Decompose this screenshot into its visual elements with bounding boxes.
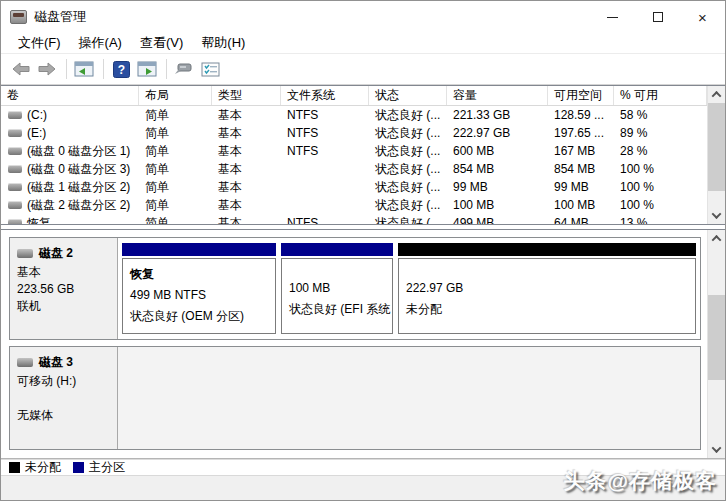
menu-view[interactable]: 查看(V) — [131, 32, 192, 54]
volume-list-scrollbar[interactable] — [707, 86, 725, 224]
partition-efi-system[interactable]: 100 MB 状态良好 (EFI 系统 — [281, 243, 393, 334]
cell-free-space: 64 MB — [548, 214, 614, 224]
cell-percent-free: 100 % — [614, 178, 707, 196]
scroll-up-icon[interactable] — [708, 230, 726, 247]
disk-3-row[interactable]: 磁盘 3 可移动 (H:) 无媒体 — [9, 346, 701, 450]
status-bar — [1, 475, 725, 500]
volume-icon — [8, 183, 22, 191]
partition-size: 222.97 GB — [406, 278, 688, 299]
disk-2-row[interactable]: 磁盘 2 基本 223.56 GB 联机 恢复 499 MB NTFS 状态良好… — [9, 237, 701, 340]
window-title: 磁盘管理 — [34, 8, 86, 26]
partition-recovery[interactable]: 恢复 499 MB NTFS 状态良好 (OEM 分区) — [122, 243, 276, 334]
legend-primary-partition: 主分区 — [73, 459, 125, 476]
table-row[interactable]: 恢复 简单 基本 NTFS 状态良好 (... 499 MB 64 MB 13 … — [1, 214, 707, 224]
maximize-button[interactable] — [635, 1, 680, 33]
unallocated-color-swatch — [9, 462, 20, 473]
cell-layout: 简单 — [139, 214, 212, 224]
cell-percent-free: 28 % — [614, 142, 707, 160]
partition-unallocated[interactable]: 222.97 GB 未分配 — [398, 243, 696, 334]
scroll-up-icon[interactable] — [708, 86, 726, 103]
cell-type: 基本 — [212, 142, 281, 160]
table-row[interactable]: (磁盘 2 磁盘分区 2) 简单 基本 状态良好 (... 100 MB 100… — [1, 196, 707, 214]
volume-icon — [8, 129, 22, 137]
menu-file[interactable]: 文件(F) — [9, 32, 70, 54]
column-header-capacity[interactable]: 容量 — [447, 86, 548, 105]
cell-filesystem: NTFS — [281, 142, 369, 160]
table-row[interactable]: (磁盘 1 磁盘分区 2) 简单 基本 状态良好 (... 99 MB 99 M… — [1, 178, 707, 196]
no-media-area — [118, 347, 700, 449]
column-header-filesystem[interactable]: 文件系统 — [281, 86, 369, 105]
cell-free-space: 167 MB — [548, 142, 614, 160]
show-console-tree-icon[interactable] — [72, 57, 96, 81]
volume-icon — [8, 147, 22, 155]
graphical-view: 磁盘 2 基本 223.56 GB 联机 恢复 499 MB NTFS 状态良好… — [1, 229, 725, 459]
partition-color-bar — [398, 243, 696, 256]
volume-icon — [8, 219, 22, 224]
scrollbar-thumb[interactable] — [708, 103, 726, 191]
cell-status: 状态良好 (... — [369, 160, 447, 178]
disk-size: 223.56 GB — [17, 281, 111, 298]
minimize-button[interactable] — [590, 1, 635, 33]
cell-type: 基本 — [212, 106, 281, 124]
disk-name: 磁盘 2 — [39, 245, 73, 262]
disk-2-label[interactable]: 磁盘 2 基本 223.56 GB 联机 — [10, 238, 118, 339]
show-action-pane-icon[interactable] — [135, 57, 159, 81]
column-header-type[interactable]: 类型 — [212, 86, 281, 105]
cell-status: 状态良好 (... — [369, 196, 447, 214]
volume-name: (磁盘 0 磁盘分区 3) — [27, 160, 130, 178]
cell-layout: 简单 — [139, 178, 212, 196]
cell-capacity: 221.33 GB — [447, 106, 548, 124]
cell-status: 状态良好 (... — [369, 142, 447, 160]
cell-capacity: 99 MB — [447, 178, 548, 196]
title-bar: 磁盘管理 × — [1, 1, 725, 33]
cell-filesystem — [281, 160, 369, 178]
cell-layout: 简单 — [139, 106, 212, 124]
volume-name: (E:) — [27, 124, 46, 142]
graphical-view-scrollbar[interactable] — [707, 230, 725, 458]
cell-capacity: 222.97 GB — [447, 124, 548, 142]
table-row[interactable]: (磁盘 0 磁盘分区 3) 简单 基本 状态良好 (... 854 MB 854… — [1, 160, 707, 178]
column-header-status[interactable]: 状态 — [369, 86, 447, 105]
cell-capacity: 600 MB — [447, 142, 548, 160]
cell-layout: 简单 — [139, 142, 212, 160]
disk-3-label[interactable]: 磁盘 3 可移动 (H:) 无媒体 — [10, 347, 118, 449]
table-row[interactable]: (C:) 简单 基本 NTFS 状态良好 (... 221.33 GB 128.… — [1, 106, 707, 124]
menu-help[interactable]: 帮助(H) — [192, 32, 254, 54]
partition-color-bar — [281, 243, 393, 256]
cell-filesystem — [281, 196, 369, 214]
toolbar-separator — [66, 59, 67, 79]
scroll-down-icon[interactable] — [708, 441, 726, 458]
cell-percent-free: 100 % — [614, 160, 707, 178]
cell-capacity: 499 MB — [447, 214, 548, 224]
cell-status: 状态良好 (... — [369, 214, 447, 224]
volume-table-body: (C:) 简单 基本 NTFS 状态良好 (... 221.33 GB 128.… — [1, 106, 707, 224]
volume-list: 卷 布局 类型 文件系统 状态 容量 可用空间 % 可用 (C:) 简单 基本 … — [1, 85, 725, 225]
column-header-free-space[interactable]: 可用空间 — [548, 86, 614, 105]
back-arrow-icon[interactable] — [9, 57, 33, 81]
partition-status: 状态良好 (OEM 分区) — [130, 306, 268, 327]
table-row[interactable]: (E:) 简单 基本 NTFS 状态良好 (... 222.97 GB 197.… — [1, 124, 707, 142]
legend-label: 主分区 — [89, 459, 125, 476]
scroll-down-icon[interactable] — [708, 207, 726, 224]
close-button[interactable]: × — [680, 1, 725, 33]
forward-arrow-icon[interactable] — [35, 57, 59, 81]
column-header-volume[interactable]: 卷 — [1, 86, 139, 105]
table-row[interactable]: (磁盘 0 磁盘分区 1) 简单 基本 NTFS 状态良好 (... 600 M… — [1, 142, 707, 160]
disk-management-app-icon — [10, 10, 27, 24]
column-header-layout[interactable]: 布局 — [139, 86, 212, 105]
volume-icon — [8, 111, 22, 119]
cell-type: 基本 — [212, 124, 281, 142]
disk-management-window: 磁盘管理 × 文件(F) 操作(A) 查看(V) 帮助(H) ? — [0, 0, 726, 501]
column-header-percent-free[interactable]: % 可用 — [614, 86, 707, 105]
partition-color-bar — [122, 243, 276, 256]
cell-type: 基本 — [212, 214, 281, 224]
scrollbar-thumb[interactable] — [708, 295, 726, 380]
minimize-icon — [607, 17, 618, 18]
menu-action[interactable]: 操作(A) — [70, 32, 131, 54]
partition-title: 恢复 — [130, 264, 268, 285]
help-icon[interactable]: ? — [109, 57, 133, 81]
checklist-icon[interactable] — [198, 57, 222, 81]
properties-icon[interactable] — [172, 57, 196, 81]
cell-capacity: 100 MB — [447, 196, 548, 214]
cell-filesystem: NTFS — [281, 106, 369, 124]
